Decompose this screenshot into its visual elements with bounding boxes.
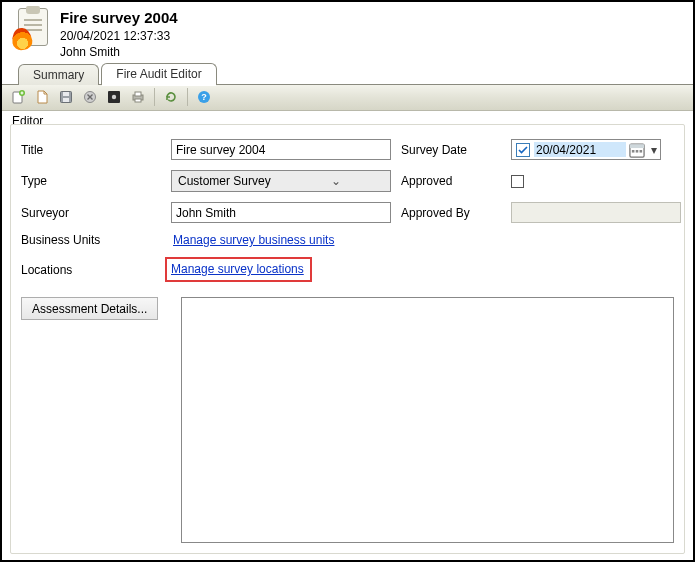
label-surveyor: Surveyor: [21, 206, 161, 220]
editor-panel: Title Survey Date 20/04/2021 ▾ Type Cust…: [10, 124, 685, 554]
surveyor-field[interactable]: [171, 202, 391, 223]
label-type: Type: [21, 174, 161, 188]
svg-rect-17: [640, 150, 643, 153]
save-icon[interactable]: [56, 87, 76, 107]
label-title: Title: [21, 143, 161, 157]
toolbar-divider: [154, 88, 155, 106]
page-icon[interactable]: [32, 87, 52, 107]
svg-rect-16: [636, 150, 639, 153]
svg-point-7: [112, 95, 116, 99]
page-title: Fire survey 2004: [60, 8, 178, 28]
refresh-icon[interactable]: [161, 87, 181, 107]
chevron-down-icon[interactable]: ▾: [648, 143, 660, 157]
tab-summary[interactable]: Summary: [18, 64, 99, 85]
help-icon[interactable]: ?: [194, 87, 214, 107]
approved-by-field: [511, 202, 681, 223]
date-check-icon[interactable]: [516, 143, 530, 157]
chevron-down-icon: ⌄: [281, 174, 390, 188]
svg-rect-4: [63, 98, 69, 102]
svg-rect-14: [630, 144, 644, 148]
svg-rect-9: [135, 92, 141, 96]
type-select[interactable]: Customer Survey ⌄: [171, 170, 391, 192]
cancel-icon[interactable]: [80, 87, 100, 107]
survey-date-value: 20/04/2021: [534, 142, 626, 157]
label-survey-date: Survey Date: [401, 143, 501, 157]
svg-rect-15: [632, 150, 635, 153]
print-icon[interactable]: [128, 87, 148, 107]
header-user: John Smith: [60, 44, 178, 60]
tabstrip: Summary Fire Audit Editor: [2, 63, 693, 85]
survey-date-picker[interactable]: 20/04/2021 ▾: [511, 139, 661, 160]
manage-business-units-link[interactable]: Manage survey business units: [173, 233, 334, 247]
stop-icon[interactable]: [104, 87, 124, 107]
header: Fire survey 2004 20/04/2021 12:37:33 Joh…: [2, 2, 693, 63]
label-approved-by: Approved By: [401, 206, 501, 220]
title-field[interactable]: [171, 139, 391, 160]
header-timestamp: 20/04/2021 12:37:33: [60, 28, 178, 44]
highlight-box: Manage survey locations: [165, 257, 312, 282]
type-value: Customer Survey: [172, 174, 281, 188]
svg-rect-3: [63, 92, 69, 96]
approved-checkbox[interactable]: [511, 175, 524, 188]
assessment-details-button[interactable]: Assessment Details...: [21, 297, 158, 320]
details-textarea[interactable]: [181, 297, 674, 543]
manage-locations-link[interactable]: Manage survey locations: [171, 261, 306, 278]
fire-clipboard-icon: [10, 6, 54, 50]
label-locations: Locations: [21, 263, 161, 277]
svg-rect-10: [135, 99, 141, 102]
tab-fire-audit-editor[interactable]: Fire Audit Editor: [101, 63, 216, 85]
label-approved: Approved: [401, 174, 501, 188]
svg-text:?: ?: [201, 92, 207, 102]
label-business-units: Business Units: [21, 233, 161, 247]
toolbar: ?: [2, 85, 693, 111]
app-window: Fire survey 2004 20/04/2021 12:37:33 Joh…: [0, 0, 695, 562]
header-text: Fire survey 2004 20/04/2021 12:37:33 Joh…: [60, 6, 178, 61]
calendar-icon[interactable]: [628, 142, 646, 158]
toolbar-divider: [187, 88, 188, 106]
new-icon[interactable]: [8, 87, 28, 107]
